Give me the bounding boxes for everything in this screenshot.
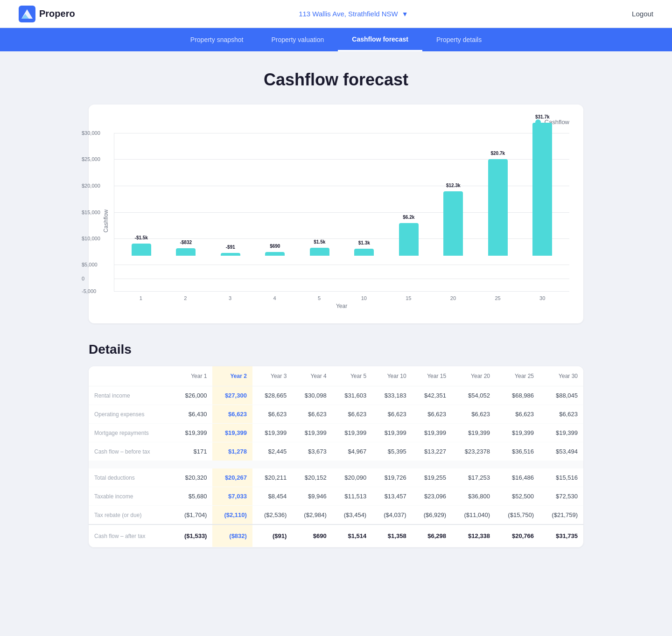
cell-mort-y3: $19,399 — [252, 424, 292, 442]
bar-year-3: -$91 — [221, 133, 240, 291]
address-bar[interactable]: 113 Wallis Ave, Strathfield NSW ▼ — [299, 10, 408, 18]
nav-property-valuation[interactable]: Property valuation — [257, 28, 338, 51]
cell-rental-y2: $27,300 — [212, 386, 252, 405]
bar-label-25: $20.7k — [490, 151, 505, 156]
cell-cfb-y3: $2,445 — [252, 442, 292, 461]
logo-text: Propero — [39, 8, 75, 19]
y-label-10k: $10,000 — [82, 236, 100, 241]
cell-ded-y30: $15,516 — [539, 468, 583, 487]
cell-reb-y2: ($2,110) — [212, 506, 252, 525]
bar-year-10: $1.3k — [354, 133, 374, 291]
cell-op-y4: $6,623 — [292, 405, 332, 424]
cell-mort-y15: $19,399 — [412, 424, 452, 442]
x-label-15: 15 — [399, 295, 418, 301]
nav-property-snapshot[interactable]: Property snapshot — [176, 28, 258, 51]
row-cashflow-after-tax: Cash flow – after tax ($1,533) ($832) ($… — [89, 524, 583, 547]
cell-tax-y1: $5,680 — [173, 487, 212, 506]
bars-container: -$1.5k -$832 — [114, 133, 569, 291]
x-label-30: 30 — [532, 295, 552, 301]
cell-cfa-y20: $12,338 — [452, 524, 496, 547]
cell-reb-y1: ($1,704) — [173, 506, 212, 525]
col-header-year2: Year 2 — [212, 366, 252, 386]
cell-cfb-y1: $171 — [173, 442, 212, 461]
cell-tax-y25: $52,500 — [496, 487, 539, 506]
details-title: Details — [89, 342, 583, 357]
cell-rental-y10: $33,183 — [372, 386, 412, 405]
cell-mort-y20: $19,399 — [452, 424, 496, 442]
cell-op-y15: $6,623 — [412, 405, 452, 424]
row-mortgage: Mortgage repayments $19,399 $19,399 $19,… — [89, 424, 583, 442]
table-header-row: Year 1 Year 2 Year 3 Year 4 Year 5 Year … — [89, 366, 583, 386]
cell-ded-y10: $19,726 — [372, 468, 412, 487]
bar-label-2: -$832 — [180, 240, 192, 245]
cell-rental-y1: $26,000 — [173, 386, 212, 405]
col-header-year15: Year 15 — [412, 366, 452, 386]
cell-reb-y5: ($3,454) — [332, 506, 372, 525]
y-label-5k: $5,000 — [82, 262, 98, 267]
y-axis-label: Cashflow — [103, 210, 109, 232]
x-axis: 1 2 3 4 5 10 15 20 25 30 — [114, 292, 569, 301]
cell-op-y5: $6,623 — [332, 405, 372, 424]
row-label-mortgage: Mortgage repayments — [89, 424, 173, 442]
cell-op-y10: $6,623 — [372, 405, 412, 424]
cell-ded-y1: $20,320 — [173, 468, 212, 487]
cell-cfa-y3: ($91) — [252, 524, 292, 547]
chart-area: Cashflow $30,000 $25,000 $20,000 — [103, 133, 569, 309]
page-title: Cashflow forecast — [89, 70, 583, 90]
cell-cfa-y5: $1,514 — [332, 524, 372, 547]
details-table: Year 1 Year 2 Year 3 Year 4 Year 5 Year … — [89, 366, 583, 547]
section-divider — [89, 461, 583, 468]
row-label-cf-before: Cash flow – before tax — [89, 442, 173, 461]
cell-op-y2: $6,623 — [212, 405, 252, 424]
nav-cashflow-forecast[interactable]: Cashflow forecast — [338, 28, 422, 51]
grid-line-neg5k: -5,000 — [114, 291, 569, 292]
row-label-rebate: Tax rebate (or due) — [89, 506, 173, 525]
x-label-20: 20 — [443, 295, 463, 301]
y-label-0: 0 — [82, 276, 84, 281]
bar-year-4: $690 — [265, 133, 285, 291]
bar-label-30: $31.7k — [535, 114, 550, 119]
bar-label-4: $690 — [270, 244, 280, 249]
x-label-10: 10 — [354, 295, 374, 301]
col-header-label — [89, 366, 173, 386]
cell-tax-y15: $23,096 — [412, 487, 452, 506]
cell-op-y30: $6,623 — [539, 405, 583, 424]
chart-card: Cashflow Cashflow $30,000 $25,000 $20, — [89, 105, 583, 323]
cell-cfb-y2: $1,278 — [212, 442, 252, 461]
y-label-neg5k: -5,000 — [82, 288, 96, 294]
bar-year-1: -$1.5k — [132, 133, 151, 291]
cell-cfa-y2: ($832) — [212, 524, 252, 547]
row-label-operating: Operating expenses — [89, 405, 173, 424]
cell-cfb-y25: $36,516 — [496, 442, 539, 461]
cell-reb-y15: ($6,929) — [412, 506, 452, 525]
bar-year-25: $20.7k — [488, 133, 508, 291]
cell-ded-y4: $20,152 — [292, 468, 332, 487]
dropdown-icon: ▼ — [402, 10, 408, 18]
cell-rental-y25: $68,986 — [496, 386, 539, 405]
chart-legend: Cashflow — [103, 119, 569, 126]
cell-cfb-y30: $53,494 — [539, 442, 583, 461]
row-tax-rebate: Tax rebate (or due) ($1,704) ($2,110) ($… — [89, 506, 583, 525]
nav-property-details[interactable]: Property details — [422, 28, 496, 51]
cell-tax-y5: $11,513 — [332, 487, 372, 506]
cell-ded-y15: $19,255 — [412, 468, 452, 487]
main-nav: Property snapshot Property valuation Cas… — [0, 28, 672, 51]
col-header-year10: Year 10 — [372, 366, 412, 386]
cell-reb-y25: ($15,750) — [496, 506, 539, 525]
col-header-year3: Year 3 — [252, 366, 292, 386]
cell-op-y25: $6,623 — [496, 405, 539, 424]
row-taxable-income: Taxable income $5,680 $7,033 $8,454 $9,9… — [89, 487, 583, 506]
x-label-5: 5 — [309, 295, 329, 301]
x-label-25: 25 — [488, 295, 508, 301]
cell-tax-y20: $36,800 — [452, 487, 496, 506]
cell-cfa-y10: $1,358 — [372, 524, 412, 547]
y-label-30k: $30,000 — [82, 130, 100, 136]
bar-year-20: $12.3k — [443, 133, 463, 291]
cell-reb-y20: ($11,040) — [452, 506, 496, 525]
address-text: 113 Wallis Ave, Strathfield NSW — [299, 10, 398, 18]
col-header-year30: Year 30 — [539, 366, 583, 386]
cell-cfa-y30: $31,735 — [539, 524, 583, 547]
y-label-20k: $20,000 — [82, 183, 100, 189]
logout-button[interactable]: Logout — [632, 10, 653, 18]
cell-mort-y5: $19,399 — [332, 424, 372, 442]
